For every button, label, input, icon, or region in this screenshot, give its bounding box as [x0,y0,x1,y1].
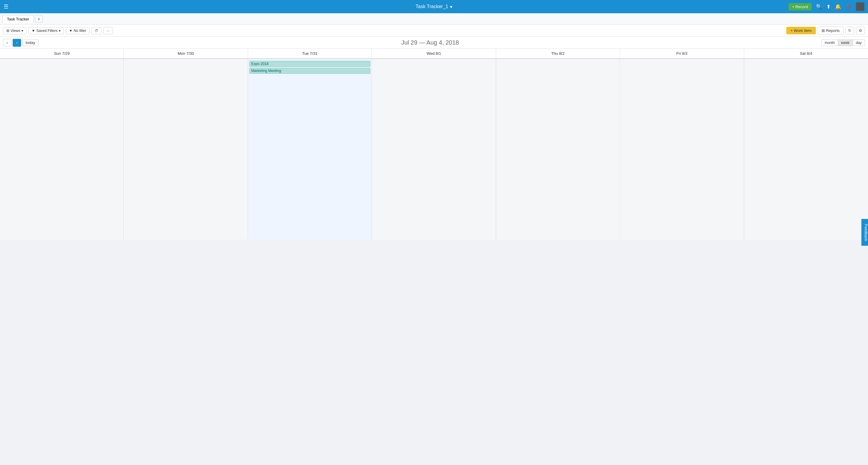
event-marketing-meeting[interactable]: Marketing Meeting [249,68,370,74]
day-col-wed [372,59,496,240]
day-header-tue: Tue 7/31 [248,49,372,59]
day-header-wed: Wed 8/1 [372,49,496,59]
record-button[interactable]: + Record [788,3,812,10]
task-tracker-tab[interactable]: Task Tracker [2,15,34,23]
day-header-mon: Mon 7/30 [124,49,248,59]
next-arrow-button[interactable]: › [13,39,21,47]
views-button[interactable]: ⊞ Views ▾ [3,27,27,34]
feedback-tab[interactable]: Feedback [861,219,868,240]
today-button[interactable]: today [22,39,38,46]
tab-label: Task Tracker [7,17,29,22]
add-tab-button[interactable]: + [35,15,43,23]
calendar-nav: ‹ › today Jul 29 — Aug 4, 2018 month wee… [0,37,868,49]
views-chevron-icon: ▾ [22,29,23,33]
saved-filters-chevron-icon: ▾ [59,29,61,33]
toolbar-left: ⊞ Views ▾ ▼ Saved Filters ▾ ▼ No filter … [3,27,113,34]
notification-icon[interactable]: 🔔 [835,4,841,10]
app-title: Task Tracker_1 [415,4,448,9]
view-toggle: month week day [822,39,865,46]
calendar-grid: Sun 7/29 Mon 7/30 Tue 7/31 Wed 8/1 Thu 8… [0,49,868,240]
day-view-button[interactable]: day [852,39,865,46]
prev-arrow-button[interactable]: ‹ [3,39,11,47]
event-expo-2018[interactable]: Expo 2018 [249,61,370,67]
avatar[interactable] [856,2,864,11]
search-icon[interactable]: 🔍 [816,4,822,10]
day-header-fri: Fri 8/3 [620,49,744,59]
day-col-mon [124,59,248,240]
day-header-sat: Sat 8/4 [744,49,868,59]
day-col-thu [496,59,620,240]
top-bar-right: + Record 🔍 ⬆ 🔔 ❓ [788,2,864,11]
filter-icon: ▼ [32,29,35,33]
views-grid-icon: ⊞ [6,29,9,33]
upload-icon[interactable]: ⬆ [827,4,831,10]
dropdown-arrow-icon[interactable]: ▾ [450,4,453,10]
toolbar: ⊞ Views ▾ ▼ Saved Filters ▾ ▼ No filter … [0,25,868,37]
event-marketing-title: Marketing Meeting [251,69,281,73]
week-view-button[interactable]: week [838,39,853,46]
hamburger-icon[interactable]: ☰ [4,3,8,10]
top-bar-left: ☰ [4,3,8,10]
no-filter-label: No filter [74,29,86,33]
more-button[interactable]: ··· [103,27,113,34]
event-expo-title: Expo 2018 [251,62,269,66]
refresh-button[interactable]: ↻ [845,27,854,34]
settings-button[interactable]: ⚙ [856,27,865,34]
toolbar-right: + Work Item ⊞ Reports ↻ ⚙ [786,27,865,35]
day-header-sun: Sun 7/29 [0,49,124,59]
tab-bar: Task Tracker + [0,13,868,25]
clock-button[interactable]: ⏱ [91,27,101,34]
views-label: Views [10,29,20,33]
calendar-days: Expo 2018 Marketing Meeting [0,59,868,240]
day-col-sat [744,59,868,240]
clock-icon: ⏱ [95,29,98,33]
app-title-area: Task Tracker_1 ▾ [415,4,453,10]
no-filter-icon: ▼ [69,29,73,33]
month-view-button[interactable]: month [821,39,838,46]
day-col-tue: Expo 2018 Marketing Meeting [248,59,372,240]
reports-button[interactable]: ⊞ Reports [818,27,844,35]
saved-filters-label: Saved Filters [36,29,58,33]
day-col-fri [620,59,744,240]
no-filter-button[interactable]: ▼ No filter [66,27,90,34]
work-item-button[interactable]: + Work Item [786,27,816,34]
saved-filters-button[interactable]: ▼ Saved Filters ▾ [28,27,64,34]
day-col-sun [0,59,124,240]
calendar-nav-left: ‹ › today [3,39,38,47]
top-bar: ☰ Task Tracker_1 ▾ + Record 🔍 ⬆ 🔔 ❓ [0,0,868,13]
calendar-headers: Sun 7/29 Mon 7/30 Tue 7/31 Wed 8/1 Thu 8… [0,49,868,59]
calendar-title: Jul 29 — Aug 4, 2018 [401,39,459,46]
day-header-thu: Thu 8/2 [496,49,620,59]
help-icon[interactable]: ❓ [845,4,852,10]
more-icon: ··· [107,29,110,33]
